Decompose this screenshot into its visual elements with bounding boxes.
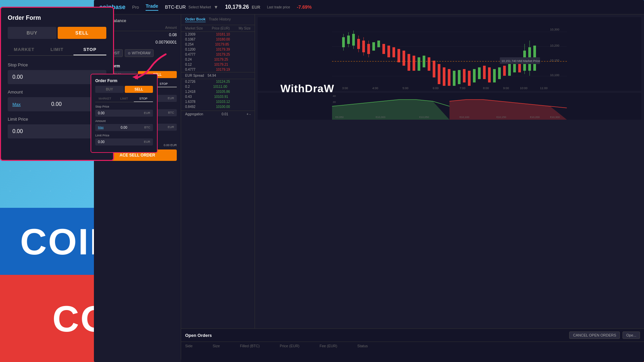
svg-rect-41 [433, 61, 435, 77]
coinbase-price-value: 10,179.26 [225, 4, 249, 10]
btc-eur-pair[interactable]: BTC-EUR [165, 4, 186, 10]
oo-col-price: Price (EUR) [280, 344, 300, 348]
tab-limit-large[interactable]: LIMIT [41, 44, 73, 55]
svg-text:€10,100: €10,100 [460, 116, 469, 119]
small-stop-input[interactable]: 0.00 EUR [95, 110, 153, 117]
svg-rect-52 [488, 67, 491, 82]
ob-buy-row-4: 0.43 10103.91 [181, 94, 255, 99]
svg-text:3:00: 3:00 [342, 86, 348, 90]
svg-text:€10,000: €10,000 [376, 116, 385, 119]
small-amount-input[interactable]: Max 0.00 BTC [95, 124, 153, 131]
open-orders-tab[interactable]: Ope... [623, 331, 640, 339]
coinbase-pair: BTC-EUR Select Market ▼ [165, 4, 218, 10]
open-orders-title: Open Orders [185, 333, 212, 338]
large-buy-button[interactable]: BUY [8, 27, 56, 39]
aggregation-label: Aggregation [185, 112, 203, 116]
small-sell-button[interactable]: SELL [125, 86, 153, 93]
small-limit-label: Limit Price [95, 134, 153, 137]
small-tab-stop[interactable]: STOP [134, 96, 153, 102]
aggregation-controls[interactable]: + - [247, 112, 251, 116]
coinbase-price-currency: EUR [252, 5, 260, 10]
candlestick-svg: 10,300 10,200 10,150 10,100 [258, 17, 641, 91]
svg-rect-45 [453, 71, 455, 86]
wallet-amount-col: Amount [165, 26, 177, 29]
svg-text:6:00: 6:00 [433, 86, 439, 90]
withdraw-icon: ⊙ [128, 51, 130, 55]
withdraw-text-overlay: WithDraW [280, 82, 334, 95]
small-amount-currency: BTC [144, 126, 150, 129]
svg-rect-48 [468, 71, 471, 86]
svg-rect-29 [372, 42, 375, 51]
ob-col-my-size: My Size [238, 26, 251, 30]
large-sell-button[interactable]: SELL [58, 27, 106, 39]
svg-rect-33 [392, 47, 395, 57]
mini-amount-currency: BTC [168, 111, 174, 115]
ob-sell-row-2: 0.1067 10180.00 [181, 37, 255, 42]
oo-col-side: Side [185, 344, 193, 348]
chart-panel: 10,300 10,200 10,150 10,100 [255, 14, 644, 360]
small-amount-max[interactable]: Max [98, 126, 104, 129]
small-buy-button[interactable]: BUY [95, 86, 124, 93]
svg-rect-43 [443, 67, 445, 86]
svg-text:4:00: 4:00 [372, 86, 378, 90]
ob-col-price: Price (EUR) [212, 26, 229, 30]
svg-rect-44 [448, 69, 450, 86]
svg-text:5:00: 5:00 [402, 86, 409, 90]
svg-text:10:00: 10:00 [520, 86, 528, 90]
svg-text:8:00: 8:00 [483, 86, 489, 90]
svg-rect-37 [413, 56, 415, 71]
svg-rect-51 [483, 66, 486, 79]
small-limit-input[interactable]: 0.00 EUR [95, 138, 153, 145]
oo-col-filled: Filled (BTC) [240, 344, 260, 348]
svg-text:40: 40 [333, 95, 336, 98]
ob-buy-row-3: 1.2418 10105.86 [181, 89, 255, 94]
depth-chart: €9,950 €10,000 €10,050 €10,100 €10,150 €… [258, 93, 641, 120]
amount-value-large: 0.00 [51, 101, 62, 107]
small-stop-label: Stop Price [95, 105, 153, 108]
select-market[interactable]: Select Market [189, 5, 211, 9]
svg-text:10,300: 10,300 [550, 28, 559, 31]
order-form-large-title: Order Form [8, 14, 106, 21]
order-form-large-tabs: MARKET LIMIT STOP [8, 44, 106, 56]
tab-trade-history[interactable]: Trade History [209, 17, 231, 22]
stop-price-value-large: 0.00 [12, 74, 23, 80]
stop-price-label-large: Stop Price [8, 62, 106, 67]
small-stop-value: 0.00 [98, 111, 104, 115]
svg-rect-36 [408, 54, 410, 71]
small-limit-currency: EUR [144, 140, 150, 144]
coinbase-header: coinbase Pro Trade BTC-EUR Select Market… [94, 0, 644, 14]
amount-max-large[interactable]: Max [12, 102, 21, 107]
svg-rect-40 [428, 57, 430, 71]
mini-stop-currency: EUR [168, 97, 174, 100]
small-tab-market[interactable]: MARKET [95, 96, 114, 102]
svg-text:20: 20 [333, 101, 336, 104]
ob-sell-row-7: 0.12 10179.21 [181, 62, 255, 67]
coinbase-pro-label: Pro [132, 5, 139, 10]
oo-col-size: Size [213, 344, 220, 348]
oo-col-fee: Fee (EUR) [320, 344, 337, 348]
coinbase-price: 10,179.26 EUR [225, 4, 260, 10]
order-book-panel: Order Book Trade History Market Size Pri… [181, 14, 255, 360]
svg-marker-86 [132, 74, 139, 80]
svg-rect-32 [387, 46, 390, 57]
open-orders-section: Open Orders CANCEL OPEN ORDERS Ope... Si… [181, 328, 644, 362]
small-tab-limit[interactable]: LIMIT [114, 96, 133, 102]
tab-market-large[interactable]: MARKET [8, 44, 41, 55]
svg-rect-47 [463, 69, 466, 82]
order-form-large-btn-group: BUY SELL [8, 27, 106, 39]
depth-svg: €9,950 €10,000 €10,050 €10,100 €10,150 €… [258, 93, 641, 120]
coinbase-nav-trade[interactable]: Trade [146, 3, 158, 11]
svg-rect-42 [438, 64, 440, 84]
ob-sell-row-6: 0.24 10179.25 [181, 57, 255, 62]
cancel-open-orders-button[interactable]: CANCEL OPEN ORDERS [569, 331, 620, 339]
svg-rect-30 [377, 41, 380, 47]
order-book-spread: EUR Spread 54.94 [181, 72, 255, 79]
svg-rect-49 [473, 69, 476, 82]
ob-col-market-size: Market Size [185, 26, 203, 30]
small-stop-currency: EUR [144, 111, 150, 115]
order-form-small-overlay: Order Form BUY SELL MARKET LIMIT STOP St… [91, 74, 158, 153]
tab-order-book[interactable]: Order Book [185, 17, 206, 22]
tab-stop-large[interactable]: STOP [73, 44, 106, 55]
coinbase-body: Wallet Balance Asset Amount EUR 0.08 BTC… [94, 14, 644, 360]
order-book-col-headers: Market Size Price (EUR) My Size [181, 25, 255, 32]
